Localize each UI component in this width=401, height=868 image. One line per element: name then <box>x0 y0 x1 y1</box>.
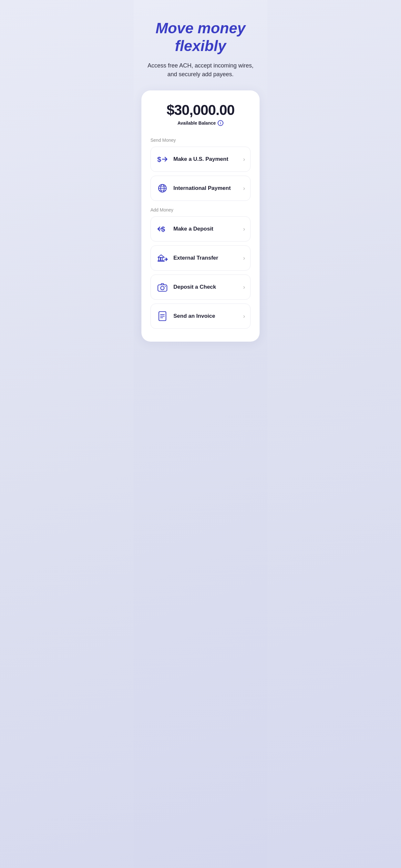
international-payment-label: International Payment <box>174 185 239 191</box>
page-wrapper: Move money flexibly Access free ACH, acc… <box>134 0 267 868</box>
svg-rect-11 <box>158 260 164 261</box>
info-icon[interactable]: i <box>218 120 223 126</box>
svg-point-15 <box>161 286 164 290</box>
deposit-check-item[interactable]: Deposit a Check › <box>150 275 251 300</box>
us-payment-label: Make a U.S. Payment <box>174 156 239 162</box>
svg-text:$: $ <box>157 155 161 163</box>
international-payment-item[interactable]: International Payment › <box>150 176 251 201</box>
chevron-right-icon: › <box>243 284 245 290</box>
send-invoice-item[interactable]: Send an Invoice › <box>150 304 251 329</box>
svg-rect-14 <box>158 285 167 291</box>
chevron-right-icon: › <box>243 185 245 192</box>
external-transfer-item[interactable]: External Transfer › <box>150 245 251 271</box>
hero-title: Move money flexibly <box>142 20 259 55</box>
camera-icon <box>156 281 169 293</box>
add-money-label: Add Money <box>150 207 251 213</box>
dollar-arrow-left-icon: $ <box>156 222 169 236</box>
svg-marker-12 <box>158 255 164 257</box>
bank-arrow-icon <box>156 252 169 265</box>
globe-icon <box>156 182 169 195</box>
make-deposit-item[interactable]: $ Make a Deposit › <box>150 216 251 242</box>
chevron-right-icon: › <box>243 255 245 261</box>
chevron-right-icon: › <box>243 313 245 320</box>
balance-label: Available Balance i <box>150 120 251 126</box>
external-transfer-label: External Transfer <box>174 255 239 261</box>
balance-label-text: Available Balance <box>178 120 216 126</box>
balance-amount: $30,000.00 <box>150 102 251 118</box>
svg-rect-9 <box>158 257 160 260</box>
chevron-right-icon: › <box>243 226 245 232</box>
main-card: $30,000.00 Available Balance i Send Mone… <box>142 90 259 342</box>
add-money-section: Add Money $ Make a Deposit › <box>150 207 251 329</box>
send-money-label: Send Money <box>150 137 251 143</box>
add-money-items: $ Make a Deposit › <box>150 216 251 329</box>
hero-section: Move money flexibly Access free ACH, acc… <box>142 20 259 79</box>
dollar-arrow-right-icon: $ <box>156 153 169 166</box>
deposit-check-label: Deposit a Check <box>174 284 239 290</box>
us-payment-item[interactable]: $ Make a U.S. Payment › <box>150 147 251 172</box>
chevron-right-icon: › <box>243 156 245 163</box>
balance-section: $30,000.00 Available Balance i <box>150 102 251 126</box>
svg-point-16 <box>165 286 166 287</box>
send-money-items: $ Make a U.S. Payment › <box>150 147 251 201</box>
invoice-icon <box>156 310 169 322</box>
send-invoice-label: Send an Invoice <box>174 313 239 319</box>
hero-subtitle: Access free ACH, accept incoming wires, … <box>146 61 255 79</box>
send-money-section: Send Money $ Make a U.S. Payment › <box>150 137 251 201</box>
svg-rect-10 <box>161 257 163 260</box>
make-deposit-label: Make a Deposit <box>174 226 239 232</box>
